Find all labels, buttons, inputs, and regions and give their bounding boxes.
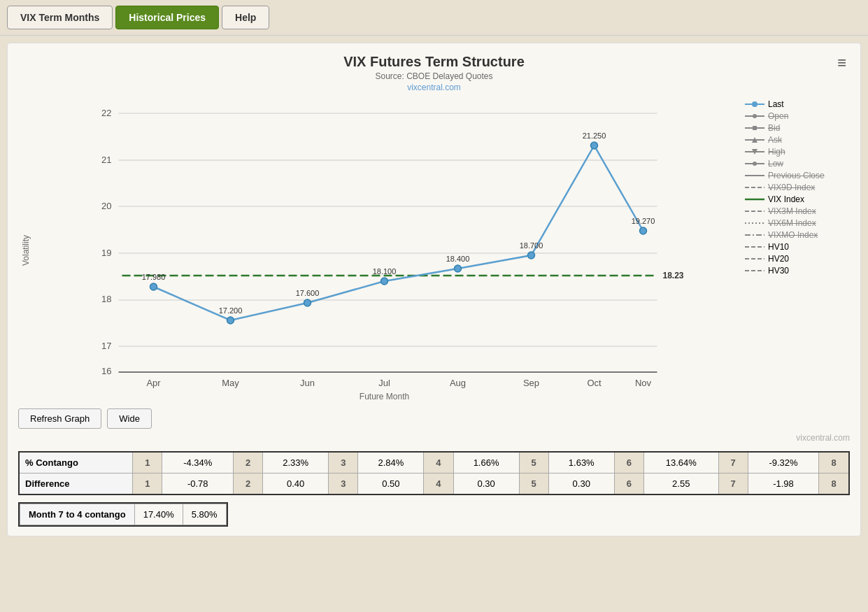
legend-vix-index[interactable]: VIX Index: [745, 194, 850, 204]
diff-val-2: 0.40: [263, 474, 329, 495]
svg-text:21.250: 21.250: [583, 131, 606, 140]
contango-val-1: -4.34%: [162, 452, 233, 474]
refresh-graph-button[interactable]: Refresh Graph: [18, 408, 101, 429]
legend-bid[interactable]: Bid: [745, 123, 850, 133]
legend-bid-label: Bid: [768, 123, 780, 133]
legend-hv30[interactable]: HV30: [745, 266, 850, 276]
svg-text:May: May: [222, 378, 239, 388]
diff-val-3: 0.50: [358, 474, 424, 495]
month-contango-table: Month 7 to 4 contango 17.40% 5.80%: [20, 504, 227, 525]
chart-area: Volatility 22 21: [18, 99, 850, 401]
legend-vix9d-label: VIX9D Index: [768, 183, 815, 192]
svg-point-35: [528, 252, 535, 259]
contango-row-label: % Contango: [19, 452, 133, 474]
month-contango-label: Month 7 to 4 contango: [20, 504, 135, 525]
svg-point-52: [753, 162, 757, 166]
legend-last[interactable]: Last: [745, 99, 850, 109]
contango-val-2: 2.33%: [263, 452, 329, 474]
legend-prev-close[interactable]: Previous Close: [745, 171, 850, 180]
diff-num-6: 6: [614, 474, 643, 495]
tables-section: % Contango 1 -4.34% 2 2.33% 3 2.84% 4 1.…: [18, 451, 850, 529]
tab-help[interactable]: Help: [222, 6, 269, 29]
chart-link[interactable]: vixcentral.com: [18, 83, 850, 92]
legend-ask[interactable]: Ask: [745, 135, 850, 145]
legend-vix3m-label: VIX3M Index: [768, 206, 816, 216]
contango-row: % Contango 1 -4.34% 2 2.33% 3 2.84% 4 1.…: [19, 452, 849, 474]
navigation: VIX Term Months Historical Prices Help: [0, 0, 868, 36]
legend-low-label: Low: [768, 159, 783, 169]
legend-vix9d[interactable]: VIX9D Index: [745, 183, 850, 192]
svg-text:Sep: Sep: [523, 378, 539, 388]
svg-text:18.700: 18.700: [520, 241, 543, 250]
svg-text:19: 19: [101, 248, 111, 258]
svg-point-31: [381, 278, 388, 285]
svg-text:Nov: Nov: [635, 378, 652, 388]
contango-val-3: 2.84%: [358, 452, 424, 474]
svg-text:Apr: Apr: [146, 378, 161, 388]
diff-num-7: 7: [718, 474, 748, 495]
svg-text:22: 22: [101, 108, 111, 118]
legend-vix-index-label: VIX Index: [768, 194, 804, 204]
svg-text:Jul: Jul: [378, 378, 390, 388]
contango-num-5: 5: [519, 452, 548, 474]
legend-hv20-label: HV20: [768, 254, 789, 264]
contango-num-6: 6: [614, 452, 643, 474]
tab-vix-term-months[interactable]: VIX Term Months: [7, 6, 113, 29]
legend-high[interactable]: High: [745, 147, 850, 157]
svg-point-37: [591, 142, 598, 149]
svg-text:18.400: 18.400: [446, 255, 470, 263]
chart-legend: Last Open Bid Ask: [738, 99, 850, 401]
month-contango-row: Month 7 to 4 contango 17.40% 5.80%: [20, 504, 227, 525]
contango-val-7: -9.32%: [748, 452, 818, 474]
svg-text:20: 20: [101, 201, 111, 211]
legend-open[interactable]: Open: [745, 111, 850, 121]
diff-val-1: -0.78: [162, 474, 233, 495]
contango-val-6: 13.64%: [643, 452, 718, 474]
legend-hv10-label: HV10: [768, 242, 789, 252]
x-axis-label: Future Month: [31, 392, 738, 401]
legend-vix6m[interactable]: VIX6M Index: [745, 218, 850, 228]
svg-text:Aug: Aug: [450, 378, 466, 388]
svg-text:18.23: 18.23: [663, 271, 684, 280]
legend-open-label: Open: [768, 111, 788, 121]
attribution: vixcentral.com: [18, 433, 850, 443]
legend-vixmo-label: VIXMO Index: [768, 230, 818, 240]
svg-text:18.100: 18.100: [373, 267, 397, 276]
diff-num-8: 8: [819, 474, 849, 495]
svg-point-25: [150, 283, 157, 290]
legend-low[interactable]: Low: [745, 159, 850, 169]
chart-svg: 22 21 20 19 18 17 16 Apr May Jun Jul Aug: [31, 99, 738, 393]
diff-num-1: 1: [133, 474, 162, 495]
wide-button[interactable]: Wide: [107, 408, 152, 429]
diff-val-5: 0.30: [548, 474, 614, 495]
svg-text:17.600: 17.600: [296, 289, 320, 297]
diff-num-2: 2: [233, 474, 262, 495]
legend-prev-close-label: Previous Close: [768, 171, 825, 180]
legend-last-label: Last: [768, 99, 784, 109]
svg-text:Oct: Oct: [587, 378, 602, 388]
difference-row-label: Difference: [19, 474, 133, 495]
diff-num-4: 4: [424, 474, 453, 495]
legend-vix3m[interactable]: VIX3M Index: [745, 206, 850, 216]
svg-text:18: 18: [101, 294, 111, 304]
svg-text:19.270: 19.270: [632, 217, 655, 225]
svg-text:16: 16: [101, 366, 111, 376]
svg-rect-46: [753, 126, 757, 130]
legend-hv20[interactable]: HV20: [745, 254, 850, 264]
diff-val-7: -1.98: [748, 474, 818, 495]
legend-ask-label: Ask: [768, 135, 782, 145]
svg-text:21: 21: [101, 155, 111, 165]
chart-title: VIX Futures Term Structure: [18, 54, 850, 70]
svg-point-39: [640, 227, 647, 234]
contango-num-4: 4: [424, 452, 453, 474]
legend-vixmo[interactable]: VIXMO Index: [745, 230, 850, 240]
legend-hv10[interactable]: HV10: [745, 242, 850, 252]
tab-historical-prices[interactable]: Historical Prices: [115, 6, 219, 29]
svg-text:17.980: 17.980: [142, 273, 166, 281]
hamburger-menu[interactable]: ≡: [837, 54, 846, 72]
chart-buttons: Refresh Graph Wide: [18, 408, 850, 429]
contango-num-2: 2: [233, 452, 262, 474]
month-contango-val1: 17.40%: [134, 504, 183, 525]
contango-num-7: 7: [718, 452, 748, 474]
legend-hv30-label: HV30: [768, 266, 789, 276]
